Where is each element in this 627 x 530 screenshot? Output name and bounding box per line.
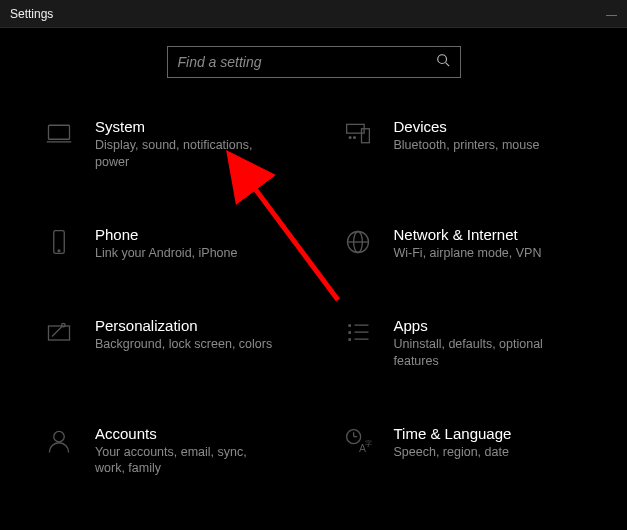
- window-title: Settings: [10, 7, 53, 21]
- tile-title: Personalization: [95, 317, 309, 334]
- svg-rect-18: [348, 338, 351, 341]
- search-icon: [436, 53, 450, 71]
- tile-devices[interactable]: Devices Bluetooth, printers, mouse: [339, 118, 608, 171]
- tile-time-language[interactable]: A字 Time & Language Speech, region, date: [339, 425, 608, 478]
- svg-point-6: [349, 137, 351, 139]
- svg-line-1: [445, 63, 449, 67]
- settings-grid: System Display, sound, notifications, po…: [0, 118, 627, 477]
- tile-title: Devices: [394, 118, 608, 135]
- tile-personalization[interactable]: Personalization Background, lock screen,…: [40, 317, 309, 370]
- svg-rect-17: [348, 331, 351, 334]
- system-icon: [45, 120, 79, 154]
- time-language-icon: A字: [344, 427, 378, 461]
- tile-desc: Your accounts, email, sync, work, family: [95, 444, 275, 478]
- svg-rect-13: [49, 326, 70, 340]
- tile-title: Time & Language: [394, 425, 608, 442]
- svg-point-22: [54, 431, 65, 442]
- svg-rect-2: [49, 125, 70, 139]
- svg-point-0: [437, 55, 446, 64]
- svg-text:字: 字: [365, 440, 372, 447]
- tile-desc: Speech, region, date: [394, 444, 574, 461]
- accounts-icon: [45, 427, 79, 461]
- tile-system[interactable]: System Display, sound, notifications, po…: [40, 118, 309, 171]
- tile-title: Phone: [95, 226, 309, 243]
- tile-title: Network & Internet: [394, 226, 608, 243]
- tile-title: Accounts: [95, 425, 309, 442]
- phone-icon: [45, 228, 79, 262]
- tile-phone[interactable]: Phone Link your Android, iPhone: [40, 226, 309, 262]
- tile-title: System: [95, 118, 309, 135]
- tile-apps[interactable]: Apps Uninstall, defaults, optional featu…: [339, 317, 608, 370]
- tile-desc: Link your Android, iPhone: [95, 245, 275, 262]
- tile-desc: Wi-Fi, airplane mode, VPN: [394, 245, 574, 262]
- tile-desc: Bluetooth, printers, mouse: [394, 137, 574, 154]
- window-controls: —: [606, 8, 617, 20]
- tile-desc: Display, sound, notifications, power: [95, 137, 275, 171]
- personalization-icon: [45, 319, 79, 353]
- search-input[interactable]: [178, 54, 436, 70]
- apps-icon: [344, 319, 378, 353]
- svg-line-14: [52, 326, 63, 337]
- tile-accounts[interactable]: Accounts Your accounts, email, sync, wor…: [40, 425, 309, 478]
- svg-rect-5: [361, 129, 369, 143]
- svg-point-15: [62, 323, 66, 327]
- svg-point-9: [58, 250, 60, 252]
- svg-point-7: [353, 137, 355, 139]
- minimize-button[interactable]: —: [606, 8, 617, 20]
- devices-icon: [344, 120, 378, 154]
- tile-desc: Background, lock screen, colors: [95, 336, 275, 353]
- tile-title: Apps: [394, 317, 608, 334]
- tile-network[interactable]: Network & Internet Wi-Fi, airplane mode,…: [339, 226, 608, 262]
- svg-rect-16: [348, 324, 351, 327]
- tile-desc: Uninstall, defaults, optional features: [394, 336, 574, 370]
- search-container: [0, 46, 627, 78]
- network-icon: [344, 228, 378, 262]
- search-box[interactable]: [167, 46, 461, 78]
- titlebar: Settings —: [0, 0, 627, 28]
